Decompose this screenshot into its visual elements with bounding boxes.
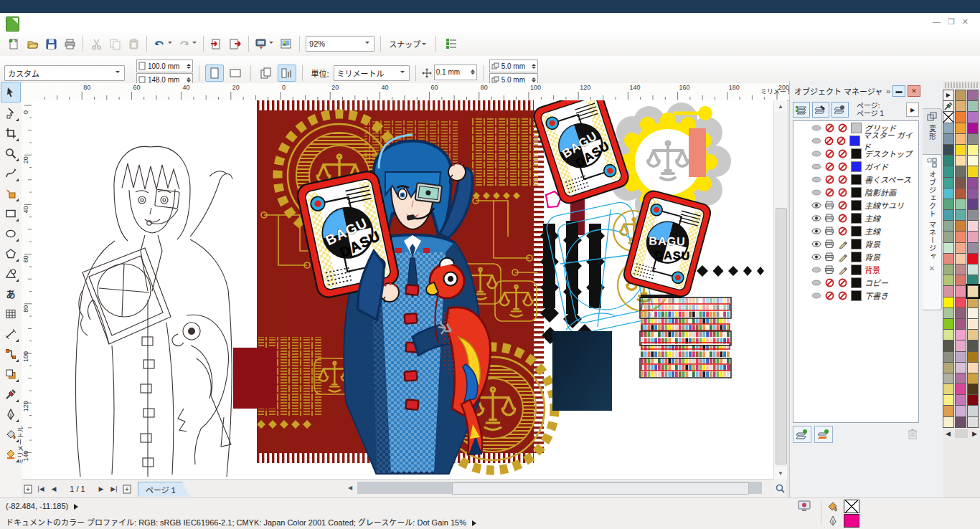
palette-swatch[interactable] [943,264,954,275]
palette-swatch[interactable] [955,362,966,373]
layer-color-swatch[interactable] [851,264,862,275]
layer-color-swatch[interactable] [851,252,862,262]
palette-scroll-right[interactable]: ▶ [972,430,977,437]
edit-across-layers-button[interactable] [812,102,829,118]
layer-color-swatch[interactable] [849,135,860,146]
layer-row-6[interactable]: 主線サユリ [793,199,918,211]
layer-color-swatch[interactable] [851,123,862,133]
tool-polygon[interactable] [1,244,20,263]
layer-print-icon[interactable] [824,175,835,184]
show-object-properties-button[interactable] [793,102,810,118]
layer-print-icon[interactable] [824,149,835,158]
palette-swatch[interactable] [967,329,979,340]
palette-swatch[interactable] [967,383,979,395]
nudge-field[interactable]: 0.1 mm [434,65,477,80]
docker-tab-object-manager[interactable]: オブジェクト マネージャ ✕ [923,154,942,310]
layer-row-4[interactable]: 書くスペース [793,173,918,186]
layer-visibility-icon[interactable] [811,175,822,184]
palette-swatch[interactable] [943,220,954,232]
palette-swatch[interactable] [967,133,979,145]
palette-swatch[interactable] [955,275,966,286]
palette-swatch[interactable] [967,405,979,416]
portrait-button[interactable] [205,65,224,82]
cut-button[interactable] [88,35,105,52]
paste-button[interactable] [125,35,142,52]
docker-close-button[interactable]: ✕ [908,85,920,97]
next-page-button[interactable]: ▶ [95,482,108,495]
layer-color-swatch[interactable] [851,187,862,198]
layer-edit-icon[interactable] [837,227,848,236]
layer-row-1[interactable]: マスター ガイド [793,134,918,147]
palette-swatch[interactable] [955,231,966,242]
layer-visibility-icon[interactable] [811,239,822,249]
palette-swatch[interactable] [967,144,979,156]
docker-minimize-button[interactable]: ▬ [892,85,905,97]
palette-swatch[interactable] [967,416,979,428]
tool-table[interactable] [1,304,20,323]
layer-name[interactable]: 背景 [864,238,880,249]
palette-swatch[interactable] [967,123,979,134]
palette-swatch[interactable] [967,285,979,297]
tool-ellipse[interactable] [1,224,20,243]
palette-swatch[interactable] [955,264,966,275]
layer-edit-icon[interactable] [837,214,848,223]
vertical-ruler[interactable]: 020406080100120140 [22,100,33,479]
palette-swatch[interactable] [955,155,966,166]
layer-edit-icon[interactable] [837,162,848,171]
current-page-button[interactable] [278,65,296,82]
palette-swatch[interactable] [967,155,979,166]
palette-swatch[interactable] [967,340,979,351]
palette-swatch[interactable] [955,133,966,145]
layer-color-swatch[interactable] [851,213,862,224]
horizontal-ruler[interactable]: 80604020020406080100120140160180200 [22,83,789,101]
layer-print-icon[interactable] [824,239,835,249]
export-button[interactable] [227,35,244,52]
layer-edit-icon[interactable] [836,136,847,146]
palette-swatch[interactable] [967,394,979,406]
palette-flyout-button[interactable] [943,90,954,101]
palette-swatch[interactable] [967,231,979,242]
layer-name[interactable]: 下書き [864,290,888,301]
layer-print-icon[interactable] [824,227,835,236]
layer-visibility-icon[interactable] [811,227,822,236]
new-master-layer-button[interactable] [814,426,833,443]
flyout-arrow-icon[interactable] [472,520,479,526]
layer-edit-icon[interactable] [837,149,848,158]
docker-flyout-button[interactable]: ▶ [906,103,919,117]
palette-swatch[interactable] [943,318,954,330]
last-page-button[interactable]: ▶| [108,482,121,495]
layer-visibility-icon[interactable] [811,188,822,197]
palette-swatch[interactable] [955,90,966,101]
color-chart-object[interactable] [640,295,731,378]
snap-dropdown[interactable]: スナップ [389,40,428,49]
units-combo[interactable]: ミリメートル [334,65,410,81]
undo-button[interactable] [151,35,174,52]
palette-swatch[interactable] [955,285,966,297]
layer-name[interactable]: 背景 [864,251,880,262]
layer-color-swatch[interactable] [851,290,862,301]
palette-swatch[interactable] [943,308,954,319]
layer-name[interactable]: 主線 [864,212,880,224]
palette-swatch[interactable] [955,123,966,134]
redo-button[interactable] [176,35,199,52]
palette-scroll-box[interactable] [955,429,968,438]
layer-row-5[interactable]: 陰影計画 [793,186,918,199]
salmon-rectangle[interactable] [689,128,706,177]
layer-row-7[interactable]: 主線 [793,211,918,224]
layer-row-10[interactable]: 背景 [793,250,918,263]
palette-swatch[interactable] [943,329,954,340]
tool-basic-shapes[interactable] [1,264,20,283]
tool-outline-pen[interactable] [1,404,20,424]
palette-swatch[interactable] [943,373,954,384]
layer-color-swatch[interactable] [851,148,862,159]
palette-swatch[interactable] [967,188,979,199]
tool-text[interactable]: あ [1,284,20,303]
layer-edit-icon[interactable] [837,175,848,184]
scroll-left-arrow[interactable]: ◀ [344,482,356,494]
layer-print-icon[interactable] [824,201,835,210]
layer-edit-icon[interactable] [837,201,848,210]
palette-swatch[interactable] [967,362,979,373]
add-page-before-button[interactable] [22,482,34,495]
layer-row-8[interactable]: 主線 [793,224,918,237]
layer-edit-icon[interactable] [837,123,848,133]
